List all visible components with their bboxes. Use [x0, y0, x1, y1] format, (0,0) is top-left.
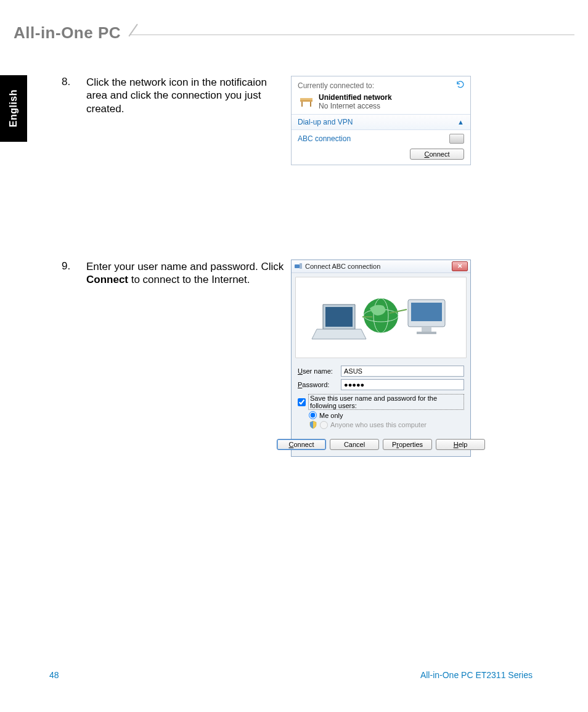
password-label: Password:	[298, 381, 341, 388]
connection-name: ABC connection	[298, 134, 351, 143]
username-input[interactable]	[341, 366, 464, 377]
anyone-radio	[320, 421, 328, 429]
modem-icon	[449, 134, 464, 144]
connect-dialog: Connect ABC connection ✕	[291, 260, 471, 457]
page-footer: 48 All-in-One PC ET2311 Series	[49, 670, 533, 680]
dialup-section-header[interactable]: Dial-up and VPN ▲	[292, 114, 470, 129]
svg-rect-12	[417, 332, 436, 334]
me-only-label: Me only	[319, 412, 343, 419]
dialog-properties-button[interactable]: Properties	[383, 439, 432, 450]
page-number: 48	[49, 670, 59, 680]
dialog-cancel-button[interactable]: Cancel	[330, 439, 379, 450]
username-label: User name:	[298, 367, 341, 375]
page-header: All-in-One PC	[14, 23, 574, 42]
header-title: All-in-One PC	[14, 23, 131, 43]
svg-point-6	[364, 298, 398, 333]
step-9-text-a: Enter your user name and password. Click	[86, 261, 284, 272]
step-8-number: 8.	[62, 76, 80, 88]
language-tab: English	[0, 75, 27, 142]
dialog-hero-image	[295, 277, 467, 358]
bench-icon	[298, 95, 315, 108]
chevron-up-icon: ▲	[457, 118, 464, 126]
password-input[interactable]	[341, 379, 464, 390]
network-flyout: Currently connected to: Unidentified net…	[291, 76, 471, 165]
currently-connected-label: Currently connected to:	[298, 81, 374, 90]
dialog-title: Connect ABC connection	[305, 263, 452, 270]
save-credentials-checkbox[interactable]	[298, 398, 306, 406]
network-row[interactable]: Unidentified network No Internet access	[298, 93, 464, 110]
dialog-titlebar: Connect ABC connection ✕	[292, 260, 470, 273]
dialog-button-bar: Connect Cancel Properties Help	[292, 434, 470, 456]
network-subtext: No Internet access	[319, 102, 392, 110]
dialog-form: User name: Password: Save this user name…	[292, 362, 470, 434]
header-diagonal	[131, 25, 144, 44]
svg-rect-2	[310, 102, 311, 107]
svg-rect-3	[300, 98, 312, 100]
connect-button[interactable]: Connect	[410, 149, 464, 160]
anyone-label: Anyone who uses this computer	[330, 421, 427, 428]
step-8-text: Click the network icon in the notificaio…	[86, 76, 290, 115]
save-credentials-label: Save this user name and password for the…	[308, 394, 464, 410]
series-label: All-in-One PC ET2311 Series	[420, 670, 533, 680]
close-button[interactable]: ✕	[452, 261, 468, 271]
me-only-radio-row[interactable]: Me only	[309, 411, 464, 419]
dialog-connect-button[interactable]: Connect	[277, 439, 326, 450]
flyout-header-section: Currently connected to: Unidentified net…	[292, 76, 470, 114]
svg-rect-0	[300, 100, 312, 102]
dialup-label: Dial-up and VPN	[298, 118, 353, 126]
dialog-help-button[interactable]: Help	[436, 439, 485, 450]
svg-rect-4	[295, 264, 300, 268]
refresh-icon[interactable]	[455, 80, 464, 91]
svg-rect-1	[301, 102, 303, 107]
dialog-icon	[294, 262, 303, 271]
step-9-text: Enter your user name and password. Click…	[86, 260, 290, 287]
connection-item[interactable]: ABC connection Connect	[292, 129, 470, 165]
svg-rect-11	[422, 327, 431, 332]
language-label: English	[8, 89, 19, 127]
step-9-text-b: to connect to the Internet.	[128, 274, 250, 285]
save-credentials-checkbox-row[interactable]: Save this user name and password for the…	[298, 394, 464, 410]
step-9-bold: Connect	[86, 274, 128, 285]
network-name: Unidentified network	[319, 93, 392, 102]
anyone-radio-row: Anyone who uses this computer	[309, 420, 464, 429]
shield-icon	[309, 420, 317, 429]
step-9-number: 9.	[62, 260, 80, 272]
svg-rect-5	[300, 263, 302, 269]
svg-rect-10	[411, 303, 442, 321]
me-only-radio[interactable]	[309, 411, 317, 419]
